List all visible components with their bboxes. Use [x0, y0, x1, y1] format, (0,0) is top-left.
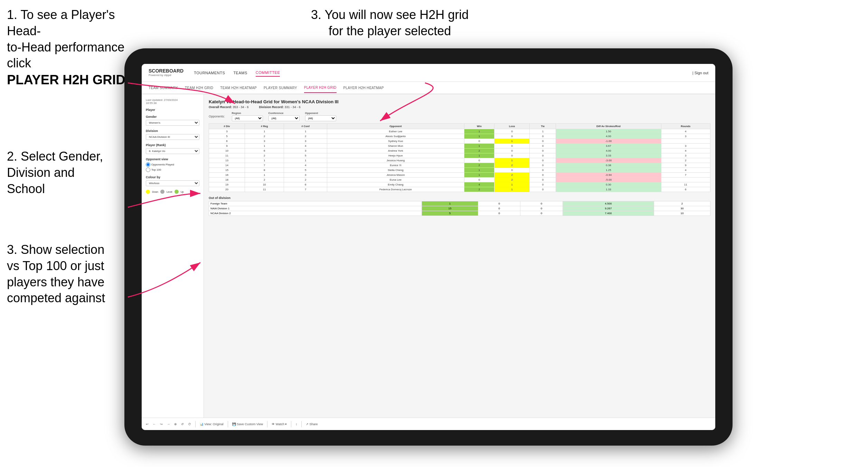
nav-items: TOURNAMENTS TEAMS COMMITTEE	[194, 69, 692, 77]
filter-conference-select[interactable]: (All)	[268, 115, 300, 121]
nav-teams[interactable]: TEAMS	[233, 69, 247, 76]
table-row: 11 2 5 Heejo Hyun 1 0 0 3.33 3	[209, 153, 710, 158]
instruction-bot-left: 3. Show selectionvs Top 100 or justplaye…	[7, 242, 105, 306]
grid-records: Overall Record: 353 - 34 - 6 Division Re…	[209, 105, 710, 109]
toolbar-forward[interactable]: →	[167, 422, 170, 426]
sidebar-colour-section: Colour by Win/loss	[146, 175, 199, 186]
sidebar: Last Updated: 27/03/202416:55:38 Player …	[142, 94, 204, 418]
nav-tournaments[interactable]: TOURNAMENTS	[194, 69, 225, 76]
sidebar-division-section: Division NCAA Division III	[146, 129, 199, 140]
col-div: # Div	[209, 124, 245, 129]
toolbar-divider-2	[228, 421, 228, 427]
col-loss: Loss	[494, 124, 530, 129]
out-of-division-header: Out of division	[209, 196, 710, 200]
toolbar-view-original[interactable]: 📊 View: Original	[200, 422, 224, 426]
table-row: 16 1 3 Jessica Mason 1 2 0 -0.94 7	[209, 173, 710, 178]
sidebar-colour-select[interactable]: Win/loss	[146, 180, 199, 186]
table-row: 9 1 4 Sharon Mun 1 0 0 3.67 3	[209, 144, 710, 149]
toolbar-add[interactable]: ⊕	[174, 422, 177, 426]
opponents-label: Opponents:	[209, 115, 225, 118]
instruction-mid-left: 2. Select Gender, Division and School	[7, 149, 103, 197]
sidebar-gender-label: Gender	[146, 115, 199, 118]
subnav-player-h2h-grid[interactable]: PLAYER H2H GRID	[304, 83, 337, 93]
top-nav: SCOREBOARD Powered by clippd TOURNAMENTS…	[142, 64, 715, 82]
filter-region-select[interactable]: (All)	[232, 115, 263, 121]
toolbar-share[interactable]: ↗ Share	[306, 422, 318, 426]
table-row: 18 2 2 Euna Lee 0 2 0 -5.00	[209, 178, 710, 182]
instruction-top-right: 3. You will now see H2H gridfor the play…	[311, 7, 469, 39]
sidebar-player-rank-section: Player (Rank) 8. Katelyn Vo	[146, 143, 199, 154]
toolbar-divider-5	[301, 421, 302, 427]
toolbar-refresh[interactable]: ↺	[181, 422, 184, 426]
main-content: Last Updated: 27/03/202416:55:38 Player …	[142, 94, 715, 418]
colour-legend: Down Level Up	[146, 190, 199, 194]
toolbar-watch[interactable]: 👁 Watch ▾	[272, 422, 287, 426]
radio-top-100[interactable]: Top 100	[146, 168, 199, 172]
col-conf: # Conf	[284, 124, 327, 129]
sidebar-player-section: Player	[146, 108, 199, 112]
sidebar-player-rank-select[interactable]: 8. Katelyn Vo	[146, 148, 199, 154]
sidebar-division-label: Division	[146, 129, 199, 133]
table-row: 15 8 5 Stella Cheng 1 0 0 1.25 4	[209, 168, 710, 173]
table-row: 6 3 3 Sydney Kuo 0 1 0 -1.00	[209, 139, 710, 144]
grid-area: Katelyn Vo Head-to-Head Grid for Women's…	[204, 94, 715, 418]
col-win: Win	[464, 124, 494, 129]
table-row: 20 11 7 Federica Domecq Lacroze 2 1 0 1.…	[209, 187, 710, 192]
sidebar-player-rank-label: Player (Rank)	[146, 143, 199, 147]
sidebar-timestamp: Last Updated: 27/03/202416:55:38	[146, 98, 199, 105]
grid-title: Katelyn Vo Head-to-Head Grid for Women's…	[209, 99, 710, 104]
col-tie: Tie	[530, 124, 556, 129]
sign-out[interactable]: | Sign out	[692, 71, 708, 75]
subnav-team-summary[interactable]: TEAM SUMMARY	[149, 83, 178, 93]
table-row: 14 7 4 Eunice Yi 2 2 0 0.38 9	[209, 163, 710, 168]
filter-row: Opponents: Region (All) Conference (All)…	[209, 112, 710, 121]
subnav-player-summary[interactable]: PLAYER SUMMARY	[264, 83, 297, 93]
toolbar-undo[interactable]: ↩	[146, 422, 149, 426]
toolbar-layout[interactable]: ↕	[295, 422, 297, 426]
toolbar-divider-4	[291, 421, 291, 427]
col-reg: # Reg	[245, 124, 284, 129]
sidebar-player-label: Player	[146, 108, 199, 112]
colour-up-dot	[174, 190, 179, 194]
table-row: 3 1 1 Esther Lee 1 0 1 1.50 4	[209, 129, 710, 134]
sidebar-colour-label: Colour by	[146, 175, 199, 179]
radio-opponents-played[interactable]: Opponents Played	[146, 162, 199, 167]
toolbar-back[interactable]: ←	[153, 422, 156, 426]
subnav-player-h2h-heatmap[interactable]: PLAYER H2H HEATMAP	[343, 83, 384, 93]
col-opponent: Opponent	[327, 124, 464, 129]
out-division-row: NAIA Division 1 15 0 0 9.267 30	[209, 206, 710, 211]
nav-committee[interactable]: COMMITTEE	[256, 69, 280, 77]
table-row: 13 1 1 Jessica Huang 0 1 0 -3.00 2	[209, 158, 710, 163]
filter-opponent-group: Opponent (All)	[305, 112, 336, 121]
out-division-row: NCAA Division 2 5 0 0 7.400 10	[209, 211, 710, 216]
table-row: 5 2 2 Alexis Sudjijanto 1 0 0 4.00 3	[209, 134, 710, 139]
filter-conference-group: Conference (All)	[268, 112, 300, 121]
colour-level-dot	[160, 190, 164, 194]
sidebar-opponent-view-label: Opponent view	[146, 158, 199, 161]
subnav-team-h2h-heatmap[interactable]: TEAM H2H HEATMAP	[220, 83, 257, 93]
tablet-frame: SCOREBOARD Powered by clippd TOURNAMENTS…	[124, 48, 733, 446]
toolbar-redo[interactable]: ↪	[160, 422, 163, 426]
table-row: 19 10 6 Emily Chang 4 1 0 0.30 11	[209, 182, 710, 187]
toolbar-divider-3	[267, 421, 267, 427]
col-diff: Diff Av Strokes/Rnd	[556, 124, 661, 129]
sidebar-division-select[interactable]: NCAA Division III	[146, 134, 199, 140]
toolbar-timer[interactable]: ⏱	[188, 422, 191, 426]
sub-nav: TEAM SUMMARY TEAM H2H GRID TEAM H2H HEAT…	[142, 82, 715, 94]
tablet-screen: SCOREBOARD Powered by clippd TOURNAMENTS…	[142, 64, 715, 430]
h2h-table: # Div # Reg # Conf Opponent Win Loss Tie…	[209, 123, 710, 192]
filter-opponent-select[interactable]: (All)	[305, 115, 336, 121]
sidebar-opponent-view-section: Opponent view Opponents Played Top 100	[146, 158, 199, 172]
sidebar-gender-section: Gender Women's	[146, 115, 199, 126]
filter-region-group: Region (All)	[232, 112, 263, 121]
logo: SCOREBOARD Powered by clippd	[149, 68, 183, 77]
toolbar-divider-1	[195, 421, 196, 427]
table-row: 10 6 3 Andrea York 2 0 0 4.00 4	[209, 149, 710, 153]
out-division-row: Foreign Team 1 0 0 4.500 2	[209, 201, 710, 206]
col-rounds: Rounds	[661, 124, 710, 129]
subnav-team-h2h-grid[interactable]: TEAM H2H GRID	[185, 83, 213, 93]
sidebar-gender-select[interactable]: Women's	[146, 120, 199, 126]
toolbar-save-custom-view[interactable]: 💾 Save Custom View	[232, 422, 263, 426]
colour-down-dot	[146, 190, 150, 194]
out-of-division-table: Foreign Team 1 0 0 4.500 2 NAIA Division…	[209, 201, 710, 216]
